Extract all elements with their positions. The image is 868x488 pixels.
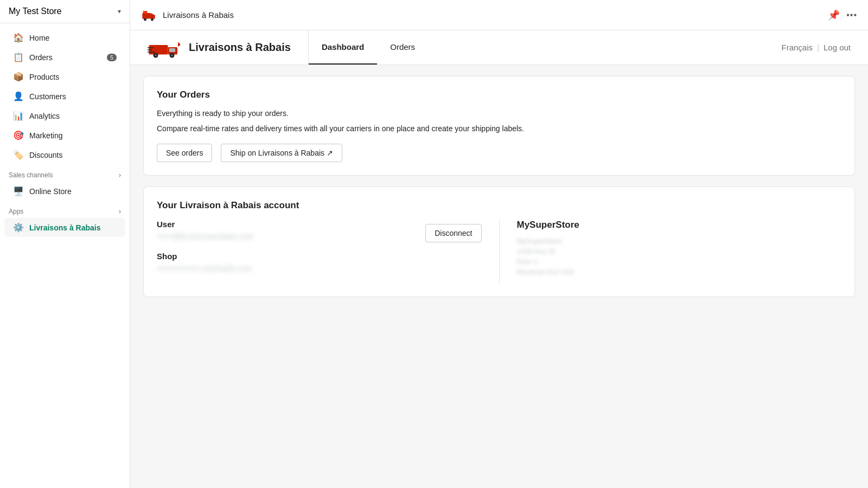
more-options-icon[interactable]: ••• <box>846 10 857 20</box>
account-right-title: MySuperStore <box>517 220 842 230</box>
account-user-row: User ••••••@livraisonsarabais.com Shop •… <box>157 220 482 284</box>
app-header-title: Livraisons à Rabais <box>163 10 234 20</box>
discounts-icon: 🏷️ <box>13 150 24 160</box>
store-name: My Test Store <box>9 7 62 16</box>
orders-icon: 📋 <box>13 52 24 62</box>
sidebar-item-home[interactable]: 🏠 Home <box>4 28 125 47</box>
orders-card-title: Your Orders <box>157 89 841 100</box>
account-right-line-2: 1234 Any St <box>517 247 842 255</box>
sidebar-item-online-store[interactable]: 🖥️ Online Store <box>4 182 125 201</box>
account-inner: User ••••••@livraisonsarabais.com Shop •… <box>157 220 841 284</box>
apps-chevron: › <box>119 208 121 215</box>
app-logo-svg <box>148 34 180 61</box>
app-header-bar: Livraisons à Rabais 📌 ••• <box>130 0 868 30</box>
sales-channels-section: Sales channels › <box>0 165 130 181</box>
svg-point-3 <box>151 18 154 21</box>
user-label: User <box>157 220 412 229</box>
sidebar-item-livraisons[interactable]: ⚙️ Livraisons à Rabais <box>4 218 125 237</box>
account-right-line-4: Montreal H1Z 2S0 <box>517 268 842 276</box>
account-card-title: Your Livraison à Rabais account <box>157 200 841 211</box>
app-nav-dashboard[interactable]: Dashboard <box>309 30 377 65</box>
sidebar-item-analytics[interactable]: 📊 Analytics <box>4 106 125 125</box>
orders-badge: 5 <box>107 54 117 61</box>
marketing-icon: 🎯 <box>13 130 24 140</box>
sidebar-item-customers[interactable]: 👤 Customers <box>4 87 125 106</box>
svg-rect-7 <box>169 48 175 52</box>
orders-card-text1: Everything is ready to ship your orders. <box>157 109 841 118</box>
sidebar-item-marketing[interactable]: 🎯 Marketing <box>4 126 125 145</box>
apps-section: Apps › <box>0 201 130 217</box>
online-store-icon: 🖥️ <box>13 186 24 196</box>
customers-icon: 👤 <box>13 91 24 101</box>
shop-url: ••••••••••••••••.myshopify.com <box>157 264 412 273</box>
app-brand-name: Livraisons à Rabais <box>189 41 291 54</box>
disconnect-button[interactable]: Disconnect <box>425 224 481 242</box>
livraisons-header-icon <box>141 8 156 23</box>
user-email: ••••••@livraisonsarabais.com <box>157 232 412 241</box>
store-selector[interactable]: My Test Store ▾ <box>0 0 130 23</box>
app-logo-area: Livraisons à Rabais <box>148 34 308 61</box>
livraisons-icon: ⚙️ <box>13 222 24 233</box>
orders-card: Your Orders Everything is ready to ship … <box>143 76 855 176</box>
sidebar: My Test Store ▾ 🏠 Home 📋 Orders 5 📦 Prod… <box>0 0 130 488</box>
svg-point-14 <box>171 54 173 56</box>
sidebar-nav: 🏠 Home 📋 Orders 5 📦 Products 👤 Customers… <box>0 23 130 242</box>
account-actions: Disconnect <box>425 224 481 242</box>
account-user-info: User ••••••@livraisonsarabais.com Shop •… <box>157 220 412 284</box>
account-divider <box>499 220 500 284</box>
home-icon: 🏠 <box>13 33 24 43</box>
pin-icon[interactable]: 📌 <box>828 9 840 21</box>
account-right-line-3: Door 1 <box>517 258 842 266</box>
svg-rect-4 <box>143 11 148 14</box>
svg-marker-15 <box>178 42 180 47</box>
header-actions: 📌 ••• <box>828 9 857 21</box>
svg-point-12 <box>155 54 157 56</box>
svg-marker-1 <box>151 13 155 18</box>
products-icon: 📦 <box>13 72 24 82</box>
nav-divider: | <box>817 43 819 52</box>
app-inner: Livraisons à Rabais Dashboard Orders Fra… <box>130 30 868 488</box>
app-nav: Dashboard Orders <box>308 30 428 65</box>
app-inner-header: Livraisons à Rabais Dashboard Orders Fra… <box>130 30 868 65</box>
orders-card-actions: See orders Ship on Livraisons à Rabais ↗ <box>157 144 841 162</box>
sidebar-item-discounts[interactable]: 🏷️ Discounts <box>4 145 125 164</box>
analytics-icon: 📊 <box>13 111 24 121</box>
chevron-down-icon: ▾ <box>118 8 121 15</box>
account-left: User ••••••@livraisonsarabais.com Shop •… <box>157 220 499 284</box>
logout-link[interactable]: Log out <box>824 43 851 52</box>
account-right-line-1: MySuperStore <box>517 237 842 245</box>
account-card: Your Livraison à Rabais account User •••… <box>143 187 855 297</box>
account-right: MySuperStore MySuperStore 1234 Any St Do… <box>517 220 842 284</box>
see-orders-button[interactable]: See orders <box>157 144 212 162</box>
app-content-area: Livraisons à Rabais Dashboard Orders Fra… <box>130 30 868 488</box>
svg-rect-0 <box>142 13 151 18</box>
app-nav-right: Français | Log out <box>782 43 851 52</box>
main-content: Livraisons à Rabais 📌 ••• <box>130 0 868 488</box>
orders-card-text2: Compare real-time rates and delivery tim… <box>157 124 841 133</box>
delivery-icon-svg <box>142 8 156 22</box>
svg-point-2 <box>144 18 146 21</box>
language-selector[interactable]: Français <box>782 43 813 52</box>
shop-label: Shop <box>157 252 412 261</box>
sales-channels-chevron: › <box>119 171 121 179</box>
sidebar-item-products[interactable]: 📦 Products <box>4 67 125 86</box>
app-nav-orders[interactable]: Orders <box>377 30 428 65</box>
sidebar-item-orders[interactable]: 📋 Orders 5 <box>4 48 125 67</box>
ship-on-livraisons-button[interactable]: Ship on Livraisons à Rabais ↗ <box>221 144 342 162</box>
